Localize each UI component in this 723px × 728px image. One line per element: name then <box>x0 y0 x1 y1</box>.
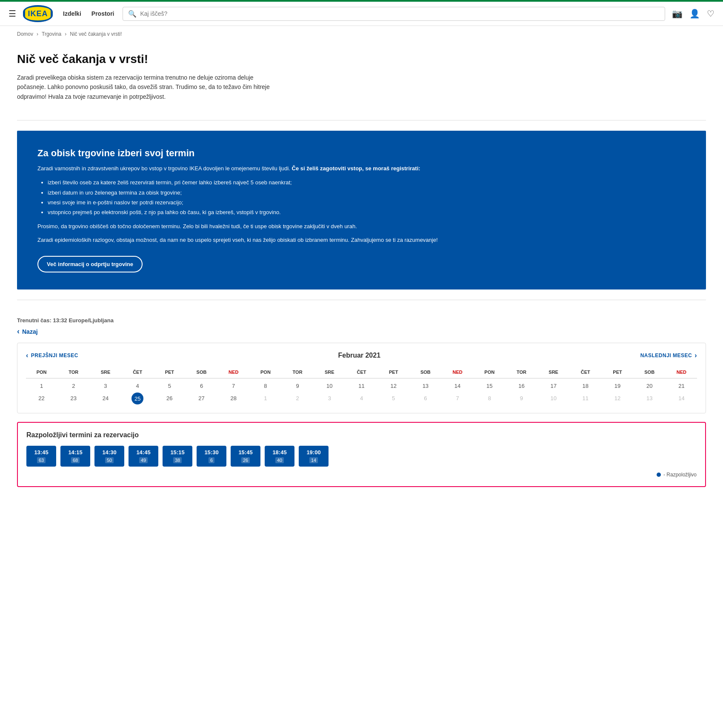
cal-day-9-row2[interactable]: 9 <box>506 393 537 404</box>
slot-time-1: 14:15 <box>66 449 84 456</box>
nav-prostori[interactable]: Prostori <box>91 10 114 17</box>
blue-section-title: Za obisk trgovine izberi svoj termin <box>37 148 686 159</box>
nav-izdelki[interactable]: Izdelki <box>63 10 81 17</box>
breadcrumb-sep1: › <box>37 31 38 37</box>
cal-day-14-row1[interactable]: 14 <box>442 380 473 392</box>
list-item-4: vstopnico prejmeš po elektronski pošti, … <box>48 207 686 217</box>
slot-count-7: 40 <box>275 457 284 463</box>
more-info-button[interactable]: Več informacij o odprtju trgovine <box>37 256 143 272</box>
day-header-tor-8: TOR <box>282 368 313 376</box>
time-slot-1545[interactable]: 15:4526 <box>231 446 260 467</box>
cal-day-12-row1[interactable]: 12 <box>378 380 409 392</box>
back-arrow-icon: ‹ <box>17 327 20 336</box>
slot-count-6: 26 <box>241 457 250 463</box>
cal-day-17-row1[interactable]: 17 <box>538 380 569 392</box>
time-slot-1845[interactable]: 18:4540 <box>265 446 294 467</box>
prev-month-label: PREJŠNJI MESEC <box>31 353 78 358</box>
cal-day-12-row2[interactable]: 12 <box>602 393 633 404</box>
next-month-button[interactable]: NASLEDNJI MESEC › <box>640 352 697 359</box>
cal-day-28-row2[interactable]: 28 <box>218 393 249 404</box>
list-item-2: izberi datum in uro želenega termina za … <box>48 188 686 198</box>
cal-day-27-row2[interactable]: 27 <box>186 393 217 404</box>
cal-day-26-row2[interactable]: 26 <box>154 393 185 404</box>
cal-day-4-row2[interactable]: 4 <box>346 393 377 404</box>
cal-day-10-row2[interactable]: 10 <box>538 393 569 404</box>
slot-count-4: 38 <box>173 457 182 463</box>
cal-day-13-row2[interactable]: 13 <box>634 393 665 404</box>
cal-day-7-row1[interactable]: 7 <box>218 380 249 392</box>
cal-day-23-row2[interactable]: 23 <box>58 393 89 404</box>
breadcrumb-home[interactable]: Domov <box>17 31 33 37</box>
time-slot-1415[interactable]: 14:1568 <box>60 446 90 467</box>
cal-day-2-row2[interactable]: 2 <box>282 393 313 404</box>
breadcrumb-trgovina[interactable]: Trgovina <box>42 31 61 37</box>
back-link[interactable]: ‹ Nazaj <box>17 327 706 336</box>
hero-section: Nič več čakanja v vrsti! Zaradi prevelik… <box>17 42 706 110</box>
slot-count-8: 14 <box>309 457 318 463</box>
cal-day-11-row1[interactable]: 11 <box>346 380 377 392</box>
cal-day-22-row2[interactable]: 22 <box>26 393 57 404</box>
time-slots-container: 13:456314:156814:305014:454915:153815:30… <box>26 446 697 467</box>
cal-day-5-row2[interactable]: 5 <box>378 393 409 404</box>
blue-info-section: Za obisk trgovine izberi svoj termin Zar… <box>17 131 706 289</box>
cal-day-6-row2[interactable]: 6 <box>410 393 441 404</box>
cal-day-8-row1[interactable]: 8 <box>250 380 281 392</box>
cal-day-16-row1[interactable]: 16 <box>506 380 537 392</box>
day-header-pon-7: PON <box>250 368 281 376</box>
day-header-tor-1: TOR <box>58 368 89 376</box>
cal-day-1-row2[interactable]: 1 <box>250 393 281 404</box>
cal-day-18-row1[interactable]: 18 <box>570 380 601 392</box>
breadcrumb: Domov › Trgovina › Nič več čakanja v vrs… <box>0 26 723 42</box>
cal-day-3-row2[interactable]: 3 <box>314 393 345 404</box>
ikea-logo-text: IKEA <box>28 9 48 18</box>
time-slot-1900[interactable]: 19:0014 <box>299 446 329 467</box>
ikea-logo[interactable]: IKEA <box>23 5 53 22</box>
cal-day-2-row1[interactable]: 2 <box>58 380 89 392</box>
cal-day-4-row1[interactable]: 4 <box>122 380 153 392</box>
day-header-sre-9: SRE <box>314 368 345 376</box>
slot-time-5: 15:30 <box>203 449 220 456</box>
cal-day-15-row1[interactable]: 15 <box>474 380 505 392</box>
slot-time-2: 14:30 <box>100 449 118 456</box>
cal-day-21-row1[interactable]: 21 <box>666 380 697 392</box>
cal-day-5-row1[interactable]: 5 <box>154 380 185 392</box>
user-icon[interactable]: 👤 <box>689 9 700 19</box>
day-header-sob-5: SOB <box>186 368 217 376</box>
time-slot-1530[interactable]: 15:306 <box>197 446 226 467</box>
blue-section-note1: Prosimo, da trgovino obiščeš ob točno do… <box>37 222 686 231</box>
cal-day-14-row2[interactable]: 14 <box>666 393 697 404</box>
time-slot-1345[interactable]: 13:4563 <box>26 446 56 467</box>
cal-day-1-row1[interactable]: 1 <box>26 380 57 392</box>
cal-day-6-row1[interactable]: 6 <box>186 380 217 392</box>
camera-icon[interactable]: 📷 <box>672 9 683 19</box>
cal-day-24-row2[interactable]: 24 <box>90 393 121 404</box>
calendar-widget: ‹ PREJŠNJI MESEC Februar 2021 NASLEDNJI … <box>17 343 706 413</box>
slot-time-4: 15:15 <box>169 449 186 456</box>
cal-day-13-row1[interactable]: 13 <box>410 380 441 392</box>
heart-icon[interactable]: ♡ <box>707 9 714 19</box>
prev-month-button[interactable]: ‹ PREJŠNJI MESEC <box>26 352 78 359</box>
time-slot-1445[interactable]: 14:4549 <box>129 446 158 467</box>
cal-day-19-row1[interactable]: 19 <box>602 380 633 392</box>
calendar-grid: PONTORSREČETPETSOBNEDPONTORSREČETPETSOBN… <box>26 368 697 404</box>
cal-day-7-row2[interactable]: 7 <box>442 393 473 404</box>
back-label: Nazaj <box>22 328 38 335</box>
cal-day-25-row2[interactable]: 25 <box>131 393 143 404</box>
cal-day-20-row1[interactable]: 20 <box>634 380 665 392</box>
main-nav: Izdelki Prostori <box>63 10 114 17</box>
day-header-pet-4: PET <box>154 368 185 376</box>
time-slot-1515[interactable]: 15:1538 <box>163 446 192 467</box>
blue-section-note2: Zaradi epidemioloških razlogov, obstaja … <box>37 235 686 245</box>
blue-section-bold: Če si želiš zagotoviti vstop, se moraš r… <box>292 165 420 172</box>
hero-title: Nič več čakanja v vrsti! <box>17 52 706 66</box>
cal-day-11-row2[interactable]: 11 <box>570 393 601 404</box>
search-input[interactable] <box>140 10 660 17</box>
cal-day-9-row1[interactable]: 9 <box>282 380 313 392</box>
time-slot-1430[interactable]: 14:3050 <box>94 446 124 467</box>
hamburger-menu[interactable]: ☰ <box>9 9 16 19</box>
cal-day-8-row2[interactable]: 8 <box>474 393 505 404</box>
slot-time-7: 18:45 <box>271 449 289 456</box>
header: ☰ IKEA Izdelki Prostori 🔍 📷 👤 ♡ <box>0 2 723 26</box>
cal-day-3-row1[interactable]: 3 <box>90 380 121 392</box>
cal-day-10-row1[interactable]: 10 <box>314 380 345 392</box>
